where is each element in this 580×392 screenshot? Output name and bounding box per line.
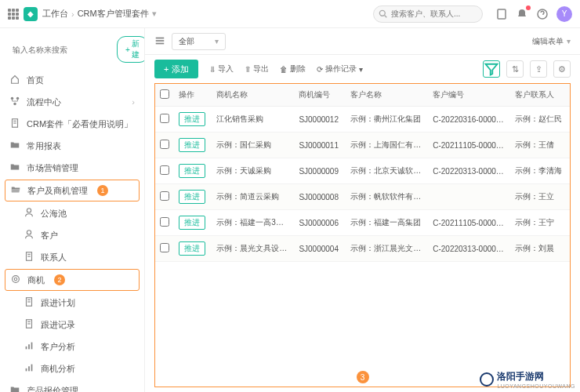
sidebar-item-9[interactable]: 商机2 xyxy=(5,269,140,291)
table-row[interactable]: 推进江化销售采购SJ0000012示例：衢州江化集团C-20220316-000… xyxy=(155,107,570,132)
push-button[interactable]: 推进 xyxy=(179,216,205,230)
sidebar-item-13[interactable]: 商机分析 xyxy=(0,358,144,379)
user-icon xyxy=(24,229,34,241)
breadcrumb-suite[interactable]: CRM客户管理套件 ▾ xyxy=(78,8,157,20)
select-all-checkbox[interactable] xyxy=(160,89,169,99)
column-header[interactable]: 客户联系人 xyxy=(510,84,570,107)
delete-button[interactable]: 🗑 删除 xyxy=(280,64,306,74)
row-checkbox[interactable] xyxy=(160,217,169,227)
push-button[interactable]: 推进 xyxy=(179,112,205,126)
sidebar-item-12[interactable]: 客户分析 xyxy=(0,336,144,358)
doc-icon xyxy=(9,118,20,130)
global-search-input[interactable] xyxy=(373,5,483,23)
avatar[interactable]: Y xyxy=(556,6,572,22)
data-table: 操作商机名称商机编号客户名称客户编号客户联系人 推进江化销售采购SJ000001… xyxy=(154,83,571,387)
table-row[interactable]: 推进示例：福建一高3月订单SJ0000006示例：福建一高集团C-2021110… xyxy=(155,210,570,236)
sidebar-item-1[interactable]: 流程中心› xyxy=(0,91,144,113)
svg-point-12 xyxy=(27,209,31,212)
column-header[interactable]: 客户编号 xyxy=(428,84,510,107)
row-checkbox[interactable] xyxy=(160,191,169,201)
sidebar-item-8[interactable]: 联系人 xyxy=(0,246,144,268)
chevron-down-icon: ▾ xyxy=(567,37,571,45)
chevron-down-icon: ▾ xyxy=(215,37,219,45)
new-button[interactable]: +新建 xyxy=(117,36,145,63)
cell-code: SJ0000009 xyxy=(294,158,346,184)
help-icon[interactable] xyxy=(536,8,549,20)
breadcrumb: 工作台 › CRM客户管理套件 ▾ xyxy=(42,8,157,20)
sidebar-item-4[interactable]: 市场营销管理 xyxy=(0,157,144,179)
svg-point-8 xyxy=(13,103,16,106)
svg-rect-31 xyxy=(156,37,165,38)
doc-icon xyxy=(24,296,34,309)
column-header[interactable]: 商机名称 xyxy=(212,84,294,107)
cell-name: 江化销售采购 xyxy=(212,107,294,132)
row-checkbox[interactable] xyxy=(160,243,169,252)
share-icon[interactable]: ⇪ xyxy=(530,60,547,78)
breadcrumb-workspace[interactable]: 工作台 xyxy=(42,8,68,20)
sidebar-item-label: 客户及商机管理 xyxy=(27,185,88,197)
cell-code: SJ0000008 xyxy=(294,184,346,210)
sidebar-search-input[interactable] xyxy=(13,41,112,58)
sidebar-item-2[interactable]: CRM套件「必看使用说明」 xyxy=(0,113,144,135)
search-icon xyxy=(379,9,387,20)
list-icon[interactable] xyxy=(154,35,165,48)
import-button[interactable]: ⥥ 导入 xyxy=(209,64,234,74)
cell-ccode xyxy=(428,184,510,210)
settings-icon[interactable]: ⚙ xyxy=(553,60,571,78)
svg-rect-25 xyxy=(26,347,27,350)
sidebar-item-label: 商机 xyxy=(27,274,45,286)
column-header[interactable]: 商机编号 xyxy=(294,84,346,107)
row-checkbox[interactable] xyxy=(160,140,169,149)
cell-customer: 示例：衢州江化集团 xyxy=(346,107,428,132)
sidebar-item-7[interactable]: 客户 xyxy=(0,224,144,246)
chart-icon xyxy=(24,362,34,375)
doc-icon xyxy=(24,318,34,331)
table-row[interactable]: 推进示例：天诚采购SJ0000009示例：北京天诚软件...C-20220313… xyxy=(155,158,570,184)
sidebar-item-14[interactable]: 产品报价管理 xyxy=(0,379,144,392)
filter-icon[interactable] xyxy=(483,60,500,78)
svg-rect-30 xyxy=(31,365,33,372)
cell-contact: 示例：王立 xyxy=(510,184,570,210)
table-row[interactable]: 推进示例：国仁采购SJ0000011示例：上海国仁有限...C-20211105… xyxy=(155,132,570,158)
push-button[interactable]: 推进 xyxy=(179,241,205,256)
row-checkbox[interactable] xyxy=(160,114,169,123)
column-header[interactable]: 客户名称 xyxy=(346,84,428,107)
sidebar-item-label: 公海池 xyxy=(41,208,67,220)
apps-grid-icon[interactable] xyxy=(8,9,19,20)
push-button[interactable]: 推进 xyxy=(179,190,205,204)
column-header[interactable]: 操作 xyxy=(174,84,212,107)
watermark: 洛阳手游网 LUOYANGSHOUYOUWANG xyxy=(480,370,575,389)
sidebar-item-label: 市场营销管理 xyxy=(27,162,78,174)
svg-rect-32 xyxy=(156,40,165,42)
watermark-logo-icon xyxy=(480,372,494,387)
cell-customer: 示例：北京天诚软件... xyxy=(346,158,428,184)
sidebar-item-5[interactable]: 客户及商机管理1 xyxy=(5,180,140,201)
cell-contact: 示例：赵仁民 xyxy=(510,107,570,132)
sidebar-item-6[interactable]: 公海池 xyxy=(0,202,144,224)
cell-contact: 示例：李清海 xyxy=(510,158,570,184)
sidebar-item-label: 客户 xyxy=(41,230,58,241)
sidebar-item-10[interactable]: 跟进计划 xyxy=(0,292,144,314)
cell-customer: 示例：上海国仁有限... xyxy=(346,132,428,158)
add-button[interactable]: +添加 xyxy=(154,60,198,78)
book-icon[interactable] xyxy=(495,8,508,20)
edit-form-button[interactable]: 编辑表单 ▾ xyxy=(532,36,571,47)
svg-rect-26 xyxy=(28,344,30,349)
push-button[interactable]: 推进 xyxy=(179,138,205,152)
row-checkbox[interactable] xyxy=(160,165,169,175)
sidebar-item-label: 常用报表 xyxy=(27,140,61,152)
table-row[interactable]: 推进示例：晨光文具设备...SJ0000004示例：浙江晨光文具...C-202… xyxy=(155,236,570,262)
log-button[interactable]: ⟳ 操作记录 ▾ xyxy=(317,64,363,74)
sort-icon[interactable]: ⇅ xyxy=(506,60,524,78)
flow-icon xyxy=(9,96,20,108)
sidebar-item-0[interactable]: 首页 xyxy=(0,69,144,91)
folder-icon xyxy=(9,162,20,174)
sidebar-item-3[interactable]: 常用报表 xyxy=(0,135,144,157)
svg-rect-29 xyxy=(28,366,30,371)
table-row[interactable]: 推进示例：简道云采购SJ0000008示例：帆软软件有限公司示例：王立 xyxy=(155,184,570,210)
bell-icon[interactable] xyxy=(516,8,528,20)
export-button[interactable]: ⥣ 导出 xyxy=(245,64,269,74)
filter-select[interactable]: 全部 ▾ xyxy=(172,33,226,50)
sidebar-item-11[interactable]: 跟进记录 xyxy=(0,314,144,336)
push-button[interactable]: 推进 xyxy=(179,164,205,178)
